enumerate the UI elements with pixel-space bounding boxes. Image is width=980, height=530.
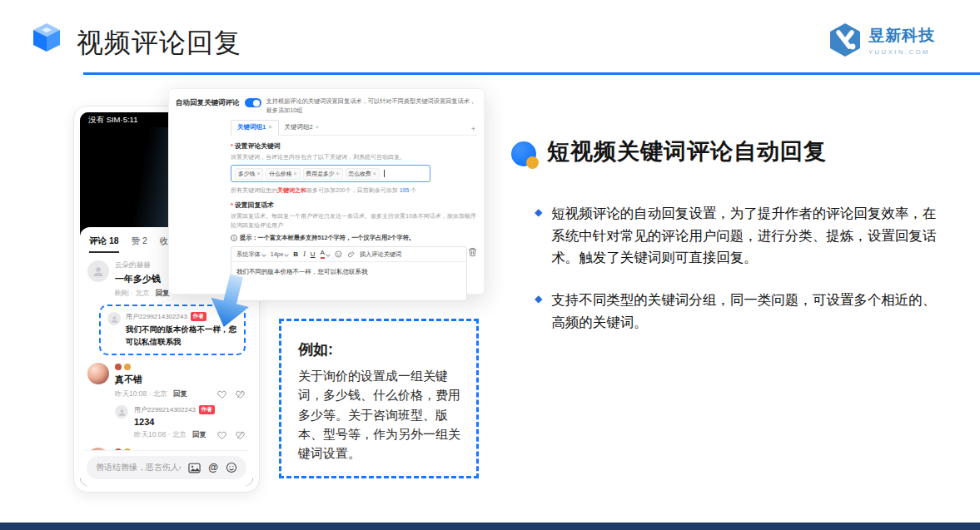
comment-meta: 昨天10:08 · 北京	[134, 430, 187, 440]
example-text: 关于询价的设置成一组关键词，多少钱、什么价格，费用多少等。关于咨询班型、版本、型…	[298, 366, 461, 463]
reply-section-label: *设置回复话术	[231, 201, 477, 210]
dislike-heart-icon[interactable]	[235, 389, 246, 399]
close-icon[interactable]: ×	[336, 171, 340, 176]
avatar[interactable]	[107, 312, 121, 325]
font-color-button[interactable]: A	[321, 250, 330, 259]
required-asterisk: *	[231, 142, 233, 150]
underline-button[interactable]: U	[311, 250, 316, 258]
add-group-button[interactable]: +	[470, 125, 477, 135]
reply-editor: 系统字体 14px B I U A 插入评论关键词	[231, 246, 467, 301]
chevron-down-icon	[326, 252, 331, 257]
emoji-picker-icon[interactable]	[335, 250, 342, 258]
page: 视频评论回复 昱新科技 YUUXIN.COM 没有 SIM·5:11 有酸也有甜…	[0, 0, 980, 530]
mention-at-icon[interactable]: @	[208, 462, 218, 473]
keyword-section-label: *设置评论关键词	[231, 141, 477, 151]
auto-reply-text: 我们不同的版本价格不一样，您可以私信联系我	[126, 324, 237, 348]
example-title: 例如:	[298, 339, 461, 359]
example-note-box: 例如: 关于询价的设置成一组关键词，多少钱、什么价格，费用多少等。关于咨询班型、…	[279, 319, 479, 478]
keyword-tag: 什么价格×	[266, 168, 300, 180]
info-icon: i	[231, 235, 237, 241]
reply-button[interactable]: 回复	[173, 389, 187, 399]
insert-comment-keyword-button[interactable]: 插入评论关键词	[360, 250, 401, 259]
tab-keyword-group-2[interactable]: 关键词组2×	[279, 121, 326, 135]
chevron-down-icon	[261, 252, 266, 257]
close-icon[interactable]: ×	[268, 123, 271, 131]
tab-keyword-group-1[interactable]: 关键词组1×	[231, 120, 279, 136]
chevron-down-icon	[285, 252, 290, 257]
feature-bullet: ◆ 短视频评论的自动回复设置，为了提升作者的评论回复效率，在系统中针对常见的评论…	[535, 202, 947, 269]
cube-logo-icon	[28, 20, 65, 57]
comment-meta: 昨天10:08 · 北京	[115, 389, 167, 399]
reply-editor-text[interactable]: 我们不同的版本价格不一样，您可以私信联系我	[231, 262, 466, 300]
emoji-icon	[124, 364, 131, 370]
close-icon[interactable]: ×	[316, 123, 319, 131]
feature-bullet-text: 短视频评论的自动回复设置，为了提升作者的评论回复效率，在系统中针对常见的评论用户…	[551, 202, 947, 269]
keyword-tag: 费用是多少×	[303, 168, 343, 180]
dislike-heart-icon[interactable]	[235, 430, 246, 440]
comment-reply-row: 用户2299214302243 作者 1234 昨天10:08 · 北京 回复	[115, 405, 246, 440]
diamond-icon: ◆	[535, 207, 542, 269]
comment-meta: 刚刚 · 北京	[115, 289, 150, 299]
font-family-select[interactable]: 系统字体	[236, 250, 266, 259]
image-icon[interactable]	[188, 463, 201, 473]
close-icon[interactable]: ×	[294, 171, 297, 176]
smiley-icon[interactable]	[226, 462, 237, 473]
like-heart-icon[interactable]	[216, 430, 227, 440]
header-divider	[83, 72, 980, 75]
comment-input-bar: 善语结善缘，恶言伤人心 @	[85, 450, 248, 486]
comment-text: 1234	[134, 417, 246, 427]
diamond-icon: ◆	[535, 294, 542, 333]
like-heart-icon[interactable]	[216, 389, 227, 399]
author-user-name: 用户2299214302243	[134, 405, 196, 414]
avatar[interactable]	[87, 260, 109, 282]
close-icon[interactable]: ×	[256, 171, 260, 176]
font-size-select[interactable]: 14px	[271, 250, 289, 258]
keyword-group-tabs: 关键词组1× 关键词组2× +	[231, 120, 477, 136]
brand-logo: 昱新科技 YUUXIN.COM	[827, 22, 935, 58]
feature-bullet-text: 支持不同类型的关键词分组，同一类问题，可设置多个相近的、高频的关键词。	[551, 289, 947, 333]
reply-button[interactable]: 回复	[156, 289, 170, 299]
dialog-title: 自动回复关键词评论	[176, 97, 240, 108]
close-icon[interactable]: ×	[373, 171, 376, 176]
footer-bar	[0, 523, 980, 530]
auto-reply-toggle[interactable]	[245, 98, 261, 107]
keyword-counter: 所有关键词组里的关键词之和最多可添加200个，目前剩余可添加 195 个	[231, 186, 477, 195]
author-user-name: 用户2299214302243	[126, 312, 187, 321]
comment-text: 真不错	[115, 374, 246, 386]
auto-reply-settings-dialog: 自动回复关键词评论 支持根据评论的关键词设置回复话术，可以针对不同类型关键词设置…	[168, 88, 485, 295]
text-caret	[384, 170, 385, 177]
brand-name: 昱新科技	[868, 25, 935, 47]
comment-row: 真不错 昨天10:08 · 北京 回复	[87, 363, 246, 399]
keyword-tag: 多少钱×	[235, 168, 263, 180]
section-heading: 短视频关键词评论自动回复	[547, 136, 827, 166]
tab-likes[interactable]: 赞 2	[132, 235, 147, 253]
brand-hexagon-icon	[827, 22, 863, 58]
editor-tip: i 提示：一个富文本框最多支持512个字符，一个汉字占用2个字符。	[231, 234, 477, 242]
feature-bullet: ◆ 支持不同类型的关键词分组，同一类问题，可设置多个相近的、高频的关键词。	[535, 289, 947, 333]
comment-input-placeholder: 善语结善缘，恶言伤人心	[96, 462, 181, 473]
keyword-input[interactable]: 多少钱× 什么价格× 费用是多少× 怎么收费×	[231, 165, 430, 182]
comment-user-name	[115, 363, 246, 371]
author-badge: 作者	[199, 405, 215, 414]
trash-icon[interactable]	[468, 247, 477, 257]
reply-section-desc: 设置回复话术。每回复一个用户评论只发送一条话术。最多支持设置10条不同话术，按添…	[231, 212, 477, 230]
author-badge: 作者	[191, 312, 206, 321]
page-title: 视频评论回复	[77, 25, 241, 62]
keyword-section-desc: 设置关键词，当评论里内容包含了以下关键词，则系统可自动回复。	[231, 153, 477, 162]
emoji-icon	[115, 364, 122, 370]
editor-toolbar: 系统字体 14px B I U A 插入评论关键词	[231, 247, 466, 262]
tab-comments[interactable]: 评论 18	[89, 235, 119, 253]
reply-button[interactable]: 回复	[192, 430, 206, 440]
required-asterisk: *	[231, 201, 233, 209]
brand-domain: YUUXIN.COM	[868, 48, 935, 56]
avatar[interactable]	[87, 363, 109, 384]
italic-button[interactable]: I	[303, 250, 306, 258]
link-icon[interactable]	[347, 250, 355, 258]
section-bullet-dot-icon	[526, 156, 539, 169]
comment-input[interactable]: 善语结善缘，恶言伤人心 @	[87, 456, 246, 479]
avatar[interactable]	[115, 405, 128, 419]
dialog-description: 支持根据评论的关键词设置回复话术，可以针对不同类型关键词设置回复话术，最多添加1…	[266, 97, 478, 116]
keyword-tag: 怎么收费×	[346, 168, 380, 180]
bold-button[interactable]: B	[293, 250, 298, 258]
